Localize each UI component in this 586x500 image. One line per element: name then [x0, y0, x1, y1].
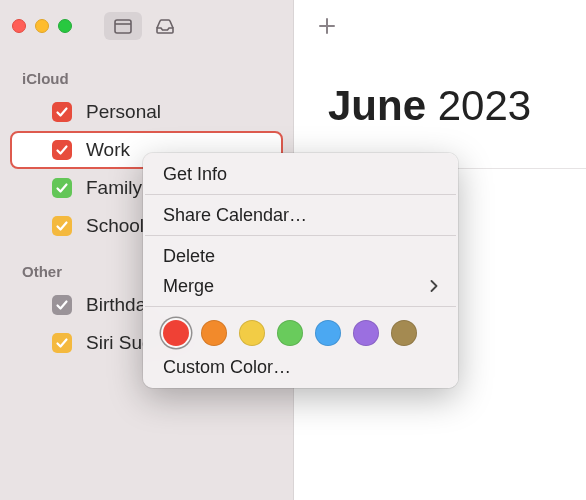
color-swatch-yellow[interactable] [239, 320, 265, 346]
section-header-icloud: iCloud [0, 62, 293, 93]
menu-custom-color[interactable]: Custom Color… [143, 352, 458, 382]
menu-label: Get Info [163, 164, 227, 185]
color-swatch-red[interactable] [163, 320, 189, 346]
menu-label: Custom Color… [163, 357, 291, 378]
check-icon [55, 105, 69, 119]
calendar-checkbox[interactable] [52, 216, 72, 236]
minimize-window-button[interactable] [35, 19, 49, 33]
menu-share-calendar[interactable]: Share Calendar… [143, 200, 458, 230]
color-swatch-blue[interactable] [315, 320, 341, 346]
menu-separator [145, 306, 456, 307]
menu-separator [145, 235, 456, 236]
menu-get-info[interactable]: Get Info [143, 159, 458, 189]
year-label: 2023 [438, 82, 531, 129]
menu-label: Delete [163, 246, 215, 267]
month-year-title: June 2023 [294, 82, 586, 130]
fullscreen-window-button[interactable] [58, 19, 72, 33]
calendar-checkbox[interactable] [52, 102, 72, 122]
calendar-checkbox[interactable] [52, 140, 72, 160]
menu-label: Merge [163, 276, 214, 297]
calendar-context-menu: Get Info Share Calendar… Delete Merge Cu… [143, 153, 458, 388]
inbox-toggle[interactable] [146, 12, 184, 40]
color-swatch-row [143, 312, 458, 352]
calendar-label: Work [86, 139, 130, 161]
calendar-checkbox[interactable] [52, 295, 72, 315]
main-toolbar [294, 0, 586, 52]
menu-delete[interactable]: Delete [143, 241, 458, 271]
close-window-button[interactable] [12, 19, 26, 33]
calendar-view-toggle[interactable] [104, 12, 142, 40]
calendar-label: Personal [86, 101, 161, 123]
window-controls [12, 19, 72, 33]
month-label: June [328, 82, 426, 129]
color-swatch-brown[interactable] [391, 320, 417, 346]
color-swatch-green[interactable] [277, 320, 303, 346]
tray-icon [155, 17, 175, 35]
calendar-item-personal[interactable]: Personal [10, 93, 283, 131]
check-icon [55, 219, 69, 233]
calendar-label: Family [86, 177, 142, 199]
check-icon [55, 298, 69, 312]
check-icon [55, 336, 69, 350]
calendar-label: School [86, 215, 144, 237]
titlebar [0, 0, 293, 52]
chevron-right-icon [430, 280, 438, 292]
menu-merge[interactable]: Merge [143, 271, 458, 301]
check-icon [55, 181, 69, 195]
color-swatch-orange[interactable] [201, 320, 227, 346]
calendar-checkbox[interactable] [52, 333, 72, 353]
menu-separator [145, 194, 456, 195]
add-event-button[interactable] [310, 11, 344, 41]
plus-icon [317, 16, 337, 36]
calendar-icon [113, 17, 133, 35]
color-swatch-purple[interactable] [353, 320, 379, 346]
check-icon [55, 143, 69, 157]
menu-label: Share Calendar… [163, 205, 307, 226]
calendar-checkbox[interactable] [52, 178, 72, 198]
svg-rect-0 [115, 20, 131, 33]
